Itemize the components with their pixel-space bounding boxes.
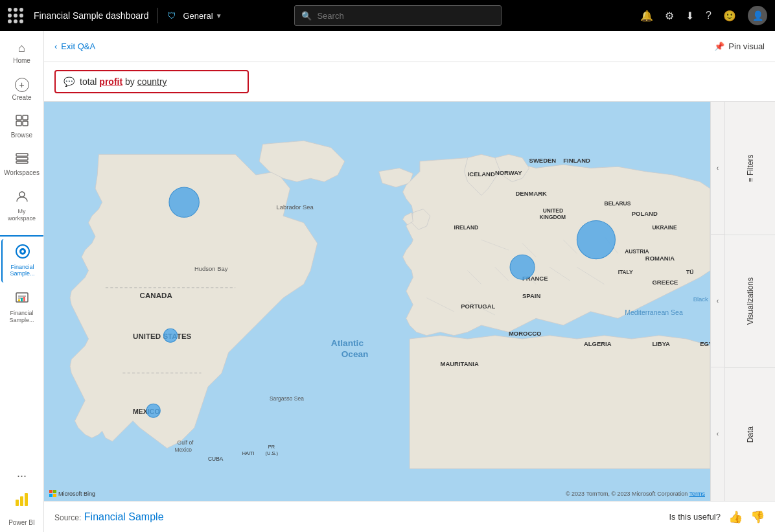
exit-qna-button[interactable]: ‹ Exit Q&A	[54, 41, 95, 51]
svg-text:SPAIN: SPAIN	[522, 292, 540, 299]
svg-point-7	[19, 192, 25, 197]
qna-input-area: 💬 total profit by country	[44, 62, 775, 102]
svg-point-77	[577, 221, 615, 259]
search-bar[interactable]: 🔍	[294, 5, 502, 26]
collapse-data-button[interactable]: ‹	[711, 367, 724, 500]
help-icon[interactable]: ?	[706, 10, 711, 21]
right-panels: ‹ ‹ ‹ ≡ Filters	[710, 102, 775, 501]
chevron-down-icon: ▼	[216, 12, 222, 19]
sidebar-item-my-workspace[interactable]: Myworkspace	[1, 185, 43, 227]
svg-text:HAITI: HAITI	[242, 450, 255, 456]
sidebar-financial2-label: Financial Sample...	[4, 310, 40, 324]
svg-rect-2	[16, 121, 21, 126]
nav-divider	[157, 8, 158, 23]
sidebar-item-home[interactable]: ⌂ Home	[1, 36, 43, 70]
chat-icon: 💬	[64, 76, 75, 87]
svg-rect-6	[16, 161, 28, 163]
thumbs-up-button[interactable]: 👍	[728, 510, 743, 524]
chevron-left-icon-2: ‹	[717, 297, 719, 305]
notifications-icon[interactable]: 🔔	[640, 10, 653, 22]
pin-icon: 📌	[714, 41, 724, 51]
svg-text:CUBA: CUBA	[208, 456, 224, 462]
qna-header: ‹ Exit Q&A 📌 Pin visual	[44, 31, 775, 62]
svg-text:Black S: Black S	[693, 295, 710, 303]
collapse-filters-button[interactable]: ‹	[711, 102, 724, 235]
data-panel-tab[interactable]: Data	[725, 368, 775, 501]
download-icon[interactable]: ⬇	[686, 10, 694, 22]
svg-text:Sargasso Sea: Sargasso Sea	[270, 395, 304, 402]
sidebar-browse-label: Browse	[11, 132, 32, 139]
sidebar-item-workspaces[interactable]: Workspaces	[1, 147, 43, 182]
terms-link[interactable]: Terms	[689, 491, 706, 497]
source-label: Source:	[54, 513, 81, 522]
visualizations-tab-label: Visualizations	[743, 272, 758, 330]
svg-text:AUSTRIA: AUSTRIA	[625, 248, 649, 255]
more-items-button[interactable]: ···	[17, 469, 27, 483]
svg-text:TÜ: TÜ	[686, 269, 693, 275]
svg-rect-18	[20, 496, 23, 506]
chevron-left-icon-3: ‹	[717, 430, 719, 437]
pin-visual-button[interactable]: 📌 Pin visual	[714, 41, 765, 51]
bing-logo-squares	[49, 490, 56, 497]
svg-text:UNITED STATES: UNITED STATES	[133, 332, 192, 340]
create-icon: +	[15, 78, 29, 92]
svg-point-10	[21, 250, 24, 253]
svg-text:NORWAY: NORWAY	[495, 169, 522, 176]
collapse-controls: ‹ ‹ ‹	[711, 102, 725, 501]
footer: Source: Financial Sample Is this useful?…	[44, 501, 775, 532]
svg-text:MAURITANIA: MAURITANIA	[441, 360, 479, 367]
svg-point-76	[146, 404, 160, 417]
source-link[interactable]: Financial Sample	[84, 511, 164, 522]
qna-query-box[interactable]: 💬 total profit by country	[54, 70, 249, 93]
bing-logo: Microsoft Bing	[49, 490, 95, 497]
map-and-panels: CANADA UNITED STATES MEXICO Hudson Bay L…	[44, 102, 775, 501]
panel-tabs: ≡ Filters Visualizations Data	[725, 102, 775, 501]
svg-text:KINGDOM: KINGDOM	[539, 214, 566, 220]
shield-icon: 🛡	[167, 10, 176, 21]
sidebar-item-browse[interactable]: Browse	[1, 110, 43, 145]
avatar[interactable]: 👤	[748, 6, 767, 25]
sidebar-item-financial-sample-2[interactable]: Financial Sample...	[1, 285, 43, 329]
filters-panel-tab[interactable]: ≡ Filters	[725, 102, 775, 235]
svg-point-75	[164, 329, 178, 342]
svg-rect-0	[16, 115, 21, 120]
svg-rect-17	[16, 500, 19, 506]
back-arrow-icon: ‹	[54, 41, 57, 51]
sidebar-workspaces-label: Workspaces	[4, 169, 40, 177]
apps-grid-icon[interactable]	[8, 8, 23, 23]
workspace-label: General	[183, 11, 213, 21]
svg-rect-14	[18, 299, 20, 301]
svg-text:ITALY: ITALY	[618, 269, 633, 275]
bing-label: Microsoft Bing	[58, 491, 95, 497]
browse-icon	[16, 115, 29, 130]
dashboard-title: Financial Sample dashboard	[34, 10, 148, 21]
map-svg: CANADA UNITED STATES MEXICO Hudson Bay L…	[44, 102, 710, 501]
svg-text:Labrador Sea: Labrador Sea	[276, 203, 314, 211]
svg-text:UKRAINE: UKRAINE	[652, 224, 677, 231]
collapse-visualizations-button[interactable]: ‹	[711, 235, 724, 367]
my-workspace-icon	[16, 190, 29, 206]
svg-text:GREECE: GREECE	[652, 279, 678, 286]
svg-text:IRELAND: IRELAND	[454, 224, 478, 231]
map-copyright: © 2023 TomTom, © 2023 Microsoft Corporat…	[566, 491, 705, 497]
svg-rect-16	[23, 297, 25, 301]
visualizations-panel-tab[interactable]: Visualizations	[725, 235, 775, 369]
thumbs-down-button[interactable]: 👎	[750, 510, 765, 524]
map-container: CANADA UNITED STATES MEXICO Hudson Bay L…	[44, 102, 710, 501]
sidebar-myworkspace-label: Myworkspace	[8, 208, 36, 222]
sidebar-item-financial-sample-1[interactable]: Financial Sample...	[1, 239, 43, 283]
sidebar-item-create[interactable]: + Create	[1, 73, 43, 107]
svg-point-78	[510, 255, 535, 279]
svg-text:PR: PR	[268, 444, 275, 450]
useful-question: Is this useful?	[669, 512, 721, 522]
map-background: CANADA UNITED STATES MEXICO Hudson Bay L…	[44, 102, 710, 501]
powerbi-label: Power BI	[8, 519, 35, 527]
settings-icon[interactable]: ⚙	[665, 10, 674, 22]
financial-report-icon	[15, 290, 29, 308]
search-input[interactable]	[317, 11, 494, 21]
svg-text:ICELAND: ICELAND	[468, 170, 495, 178]
workspace-selector[interactable]: General ▼	[183, 11, 222, 21]
svg-text:SWEDEN: SWEDEN	[529, 157, 557, 164]
sidebar-create-label: Create	[12, 94, 31, 102]
feedback-icon[interactable]: 🙂	[723, 10, 736, 22]
